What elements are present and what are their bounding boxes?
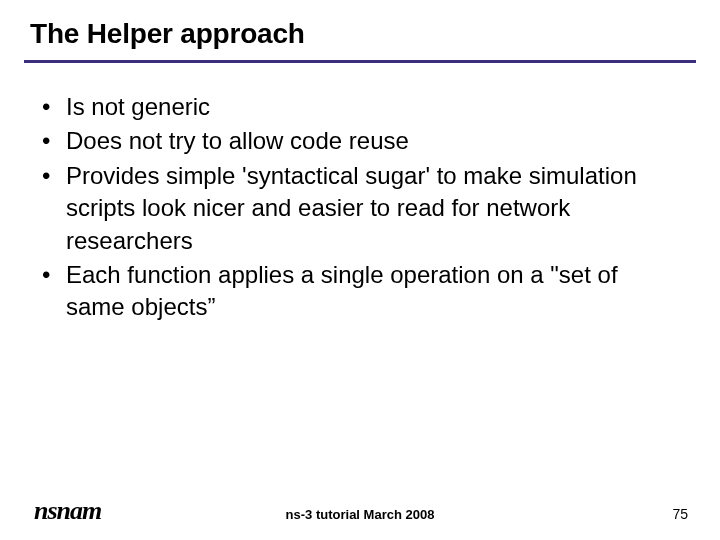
footer-center: ns-3 tutorial March 2008 — [0, 507, 720, 522]
list-item: Does not try to allow code reuse — [40, 125, 680, 157]
footer: nsnam ns-3 tutorial March 2008 75 — [0, 496, 720, 526]
list-item: Is not generic — [40, 91, 680, 123]
slide: The Helper approach Is not generic Does … — [0, 0, 720, 540]
list-item: Provides simple 'syntactical sugar' to m… — [40, 160, 680, 257]
bullet-text: Is not generic — [66, 93, 210, 120]
bullet-list: Is not generic Does not try to allow cod… — [40, 91, 680, 324]
page-number: 75 — [672, 506, 688, 522]
bullet-text: Each function applies a single operation… — [66, 261, 618, 320]
bullet-text: Does not try to allow code reuse — [66, 127, 409, 154]
title-area: The Helper approach — [0, 0, 720, 50]
slide-title: The Helper approach — [30, 18, 720, 50]
list-item: Each function applies a single operation… — [40, 259, 680, 324]
bullet-text: Provides simple 'syntactical sugar' to m… — [66, 162, 637, 254]
body: Is not generic Does not try to allow cod… — [0, 63, 720, 324]
